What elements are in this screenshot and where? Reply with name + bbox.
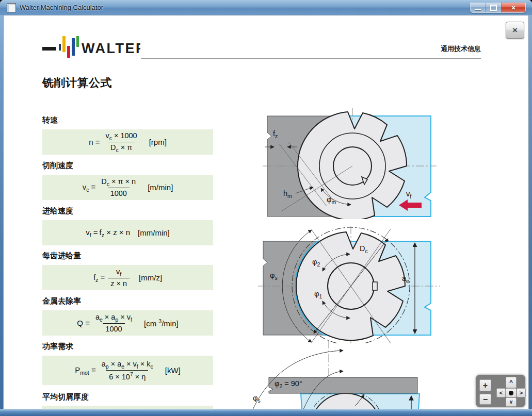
titlebar[interactable]: Walter Machining Calculator × xyxy=(0,0,532,15)
pan-right-button[interactable]: > xyxy=(517,388,526,397)
logo-bar-red xyxy=(67,46,70,58)
maximize-icon xyxy=(490,5,497,11)
formula-lhs: n = xyxy=(89,138,100,146)
label-phi2: φ2 xyxy=(312,258,320,267)
formula-unit: [cm 3/min] xyxy=(144,319,179,328)
window-title: Walter Machining Calculator xyxy=(20,4,103,11)
formula-unit: [kW] xyxy=(165,366,181,375)
nav-link-general-info[interactable]: 通用技术信息 xyxy=(441,44,481,54)
logo-bar-green xyxy=(76,36,79,47)
zoom-out-button[interactable]: − xyxy=(479,394,491,405)
section-label: 进给速度 xyxy=(42,206,73,216)
minimize-icon xyxy=(475,9,481,10)
formula-box: Q = ae × ap × vf1000 [cm 3/min] xyxy=(42,310,213,336)
walter-logo: WALTER xyxy=(42,36,140,59)
page-title: 铣削计算公式 xyxy=(42,75,112,91)
center-dot-icon xyxy=(509,391,513,395)
close-icon: × xyxy=(511,4,515,11)
formula-fraction: ap × ae × vf × kc6 × 107 × η xyxy=(99,360,156,381)
label-phi2-90: φ2 = 90° xyxy=(275,379,302,389)
formula-lhs: Q = xyxy=(77,319,90,327)
formula-unit: [rpm] xyxy=(149,138,167,146)
formula-fraction: vc × 1000Dc × π xyxy=(103,131,139,153)
formula-lhs: vc = xyxy=(83,182,96,193)
zoom-in-button[interactable]: + xyxy=(479,379,491,391)
section-label: 切削速度 xyxy=(42,161,73,171)
label-phim: φm xyxy=(327,195,336,205)
pan-down-button[interactable]: v xyxy=(506,397,517,407)
label-dc: Dc xyxy=(360,244,368,254)
formula-fraction: vfz × n xyxy=(108,268,130,288)
content-area: × WALTER 通用技术信息 铣削计算公式 转速 n = vc × 1000D… xyxy=(3,15,529,409)
section-label: 平均切屑厚度 xyxy=(42,392,89,402)
window-controls: × xyxy=(470,3,526,13)
pan-left-button[interactable]: < xyxy=(496,388,506,397)
logo-wordmark: WALTER xyxy=(82,41,140,56)
nav-pad: + − ^ < > v xyxy=(476,375,525,407)
window-frame: Walter Machining Calculator × × WALTER 通… xyxy=(0,0,532,416)
label-ae: ae xyxy=(402,274,409,284)
formula-lhs: Pmot = xyxy=(75,365,95,376)
milling-diagram-face: φ2 = 90° φs xyxy=(237,340,444,409)
logo-bar-yellow xyxy=(62,36,66,52)
app-icon xyxy=(7,3,16,12)
formula-box: Pmot = ap × ae × vf × kc6 × 107 × η [kW] xyxy=(42,356,213,385)
formula-box: vf = fz × z × n [mm/min] xyxy=(42,220,213,245)
section-label: 每齿进给量 xyxy=(42,251,81,261)
window-maximize-button[interactable] xyxy=(486,3,502,12)
formula-fraction: Dc × π × n1000 xyxy=(99,177,138,197)
window-minimize-button[interactable] xyxy=(471,3,486,12)
logo-dash xyxy=(42,47,56,51)
label-phi1: φ1 xyxy=(314,290,322,299)
window-bottom-border xyxy=(0,409,532,416)
pan-up-button[interactable]: ^ xyxy=(506,377,517,388)
logo-bar-blue xyxy=(72,38,75,56)
formula-box: n = vc × 1000Dc × π [rpm] xyxy=(42,129,213,155)
milling-diagram-engagement: φs φ2 φ1 Dc ae xyxy=(255,226,446,343)
formula-unit: [m/min] xyxy=(148,183,173,192)
bore-keyway xyxy=(373,282,377,290)
label-vf: vf xyxy=(406,190,411,199)
label-fz: fz xyxy=(273,129,278,139)
window-close-button[interactable]: × xyxy=(502,3,525,12)
label-phis: φs xyxy=(253,394,261,403)
label-phis: φs xyxy=(270,271,278,280)
formula-lhs: fz = xyxy=(93,273,105,283)
formula-lhs: vf = xyxy=(86,228,98,238)
header-rule xyxy=(141,58,481,59)
formula-box xyxy=(42,406,213,409)
formula-rhs: fz × z × n xyxy=(100,228,130,238)
section-label: 功率需求 xyxy=(42,342,73,352)
label-hm: hm xyxy=(283,189,292,198)
section-label: 金属去除率 xyxy=(42,296,81,306)
milling-diagram-feed: fz hm φm vf xyxy=(261,107,439,219)
formula-fraction: ae × ap × vf1000 xyxy=(93,313,135,333)
logo-bar-navy xyxy=(59,44,61,51)
formula-box: fz = vfz × n [mm/z] xyxy=(42,265,213,290)
formula-unit: [mm/min] xyxy=(138,228,170,237)
dialog-close-button[interactable]: × xyxy=(506,22,524,39)
formula-unit: [mm/z] xyxy=(139,273,162,282)
formula-box: vc = Dc × π × n1000 [m/min] xyxy=(42,175,213,200)
pan-center-button[interactable] xyxy=(506,388,517,397)
section-label: 转速 xyxy=(42,115,58,125)
